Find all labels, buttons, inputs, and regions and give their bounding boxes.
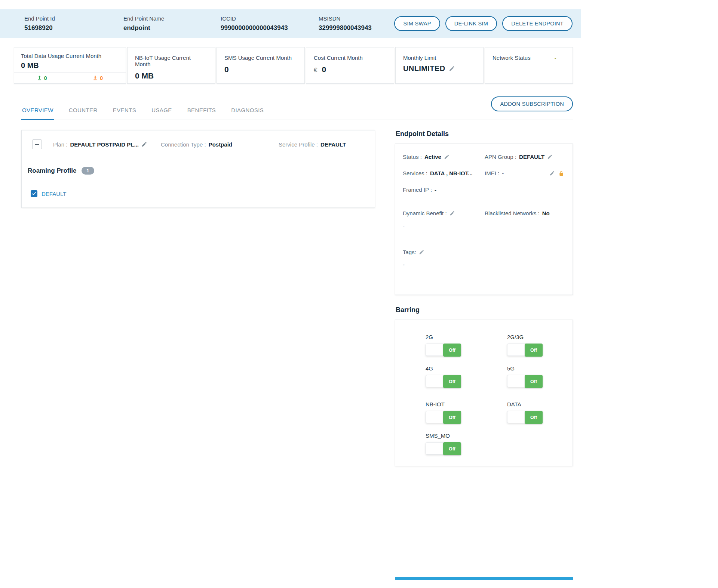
currency-symbol: € xyxy=(314,67,317,74)
details-column: Endpoint Details Status Active APN Group… xyxy=(395,130,573,580)
tab-benefits[interactable]: BENEFITS xyxy=(187,102,217,120)
tab-diagnosis[interactable]: DIAGNOSIS xyxy=(230,102,264,120)
status-label: Status xyxy=(403,154,422,160)
services-imei-row: Services DATA , NB-IOT... IMEI - xyxy=(403,170,565,176)
tab-counter[interactable]: COUNTER xyxy=(68,102,98,120)
barring-5g-toggle[interactable]: Off xyxy=(507,375,543,387)
framed-ip-value: - xyxy=(435,187,436,193)
edit-plan-icon[interactable] xyxy=(141,141,147,147)
network-status-value: - xyxy=(555,55,556,61)
collapse-plan-button[interactable] xyxy=(32,139,42,149)
dynamic-benefit-row: Dynamic Benefit - Blacklisted Networks N… xyxy=(403,210,565,229)
endpoint-identity-fields: End Point Id 51698920 End Point Name end… xyxy=(24,15,394,32)
imei-field: IMEI - xyxy=(485,170,565,176)
barring-row-3: NB-IOT Off DATA Off xyxy=(426,401,573,423)
connection-type-label: Connection Type xyxy=(161,141,206,148)
status-value: Active xyxy=(424,154,441,160)
edit-dynamic-benefit-icon[interactable] xyxy=(449,210,455,216)
tags-value: - xyxy=(403,261,485,268)
imei-label: IMEI xyxy=(485,170,499,176)
framed-ip-label: Framed IP xyxy=(403,187,432,193)
sms-usage-value: 0 xyxy=(224,65,297,74)
barring-4g-toggle[interactable]: Off xyxy=(426,375,461,387)
service-profile-label: Service Profile xyxy=(279,141,318,148)
barring-5g-state: Off xyxy=(525,375,543,388)
apn-group-value: DEFAULT xyxy=(519,154,544,160)
tabs-section: OVERVIEW COUNTER EVENTS USAGE BENEFITS D… xyxy=(21,102,573,120)
barring-2g3g: 2G/3G Off xyxy=(507,334,573,356)
apn-group-label: APN Group xyxy=(485,154,516,160)
cost-value-row: € 0 xyxy=(314,65,386,74)
iccid-label: ICCID xyxy=(221,15,319,22)
delete-endpoint-button[interactable]: DELETE ENDPOINT xyxy=(502,16,573,31)
delink-sim-button[interactable]: DE-LINK SIM xyxy=(445,16,497,31)
nbiot-usage-value: 0 MB xyxy=(135,71,208,80)
network-status-row: Network Status - xyxy=(493,55,565,61)
barring-data-label: DATA xyxy=(507,401,573,407)
barring-2g-state: Off xyxy=(443,344,461,357)
edit-tags-icon[interactable] xyxy=(419,249,424,255)
plan-value: DEFAULT POSTPAID PL... xyxy=(70,141,139,148)
tags-head: Tags: xyxy=(403,249,485,255)
endpoint-details-card: Status Active APN Group DEFAULT xyxy=(395,144,573,295)
edit-imei-icon[interactable] xyxy=(549,170,555,176)
barring-smsmo-state: Off xyxy=(443,442,461,455)
barring-nbiot-state: Off xyxy=(443,411,461,424)
iccid-value: 9990000000000043943 xyxy=(221,24,319,32)
barring-2g: 2G Off xyxy=(426,334,507,356)
tab-events[interactable]: EVENTS xyxy=(112,102,137,120)
plan-field: Plan DEFAULT POSTPAID PL... xyxy=(53,141,161,148)
usage-stats-row: Total Data Usage Current Month 0 MB 0 0 xyxy=(14,47,573,84)
cost-card: Cost Current Month € 0 xyxy=(306,47,394,84)
barring-row-1: 2G Off 2G/3G Off xyxy=(426,334,573,356)
barring-2g3g-toggle[interactable]: Off xyxy=(507,344,543,356)
addon-subscription-button[interactable]: ADDON SUBSCRIPTION xyxy=(491,96,573,111)
framed-ip-row: Framed IP - xyxy=(403,187,565,193)
barring-5g: 5G Off xyxy=(507,365,573,387)
roaming-default-checkbox[interactable] xyxy=(31,190,37,197)
dynamic-benefit-label: Dynamic Benefit xyxy=(403,210,447,216)
upload-download-row: 0 0 xyxy=(14,72,126,83)
endpoint-id-value: 51698920 xyxy=(24,24,123,32)
barring-2g-label: 2G xyxy=(426,334,507,340)
endpoint-name-label: End Point Name xyxy=(123,15,221,22)
barring-smsmo-toggle[interactable]: Off xyxy=(426,442,461,455)
blacklisted-networks-value: No xyxy=(542,210,550,216)
download-icon xyxy=(93,76,98,80)
barring-card: 2G Off 2G/3G Off 4G xyxy=(395,320,573,466)
tab-overview[interactable]: OVERVIEW xyxy=(21,102,54,120)
barring-2g-toggle[interactable]: Off xyxy=(426,344,461,356)
tab-usage[interactable]: USAGE xyxy=(151,102,173,120)
roaming-profile-title: Roaming Profile xyxy=(28,167,76,175)
barring-5g-label: 5G xyxy=(507,365,573,372)
network-status-card: Network Status - xyxy=(485,47,573,84)
barring-title: Barring xyxy=(396,306,573,314)
edit-apn-group-icon[interactable] xyxy=(547,154,553,160)
edit-monthly-limit-icon[interactable] xyxy=(449,65,455,72)
endpoint-name-field: End Point Name endpoint xyxy=(123,15,221,32)
sim-swap-button[interactable]: SIM SWAP xyxy=(394,16,440,31)
barring-data-toggle[interactable]: Off xyxy=(507,411,543,423)
apn-group-field: APN Group DEFAULT xyxy=(485,154,565,160)
endpoint-detail-page: End Point Id 51698920 End Point Name end… xyxy=(0,9,581,588)
service-profile-field: Service Profile DEFAULT xyxy=(279,141,346,148)
barring-row-4: SMS_MO Off xyxy=(426,432,573,455)
connection-type-field: Connection Type Postpaid xyxy=(161,141,279,148)
main-content: Plan DEFAULT POSTPAID PL... Connection T… xyxy=(21,130,573,580)
edit-status-icon[interactable] xyxy=(444,154,449,160)
service-profile-value: DEFAULT xyxy=(320,141,346,148)
barring-2g3g-label: 2G/3G xyxy=(507,334,573,340)
upload-cell: 0 xyxy=(14,73,70,83)
barring-nbiot-toggle[interactable]: Off xyxy=(426,411,461,423)
blacklisted-networks-field: Blacklisted Networks No xyxy=(485,210,565,229)
tags-label: Tags: xyxy=(403,249,416,255)
msisdn-value: 329999800043943 xyxy=(319,24,394,32)
barring-data-state: Off xyxy=(525,411,543,424)
tags-row: Tags: - xyxy=(403,249,565,268)
monthly-limit-card: Monthly Limit UNLIMITED xyxy=(395,47,484,84)
endpoint-id-label: End Point Id xyxy=(24,15,123,22)
lock-imei-icon[interactable] xyxy=(558,170,564,176)
download-value: 0 xyxy=(100,75,103,81)
sms-usage-card: SMS Usage Current Month 0 xyxy=(217,47,305,84)
barring-row-2: 4G Off 5G Off xyxy=(426,365,573,387)
